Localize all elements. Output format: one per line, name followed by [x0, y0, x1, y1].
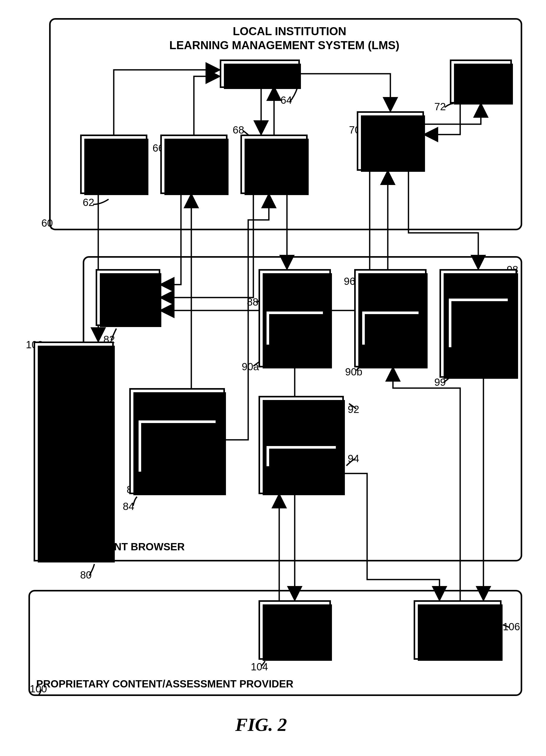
- proprietary-assignment-pages: PROPRIETARY ASSIGNMENT PAGE(S) SUBMIT LI…: [259, 396, 344, 494]
- ref-90a: 90a: [242, 361, 259, 373]
- lms-turnin-api: TURN-IN API: [450, 60, 512, 103]
- submit-link: SUBMIT LINK: [265, 444, 337, 468]
- ref-64: 64: [280, 94, 292, 106]
- provider-title: PROPRIETARY CONTENT/ASSESSMENT PROVIDER: [36, 678, 346, 690]
- provider-runtime-module: PROVIDER RUN-TIME MODULE: [259, 600, 331, 660]
- redirect-script-b: REDIRECT SCRIPT: [361, 310, 420, 346]
- ref-84: 84: [123, 501, 135, 512]
- ref-100: 100: [30, 683, 47, 695]
- redirect-script-a: REDIRECT SCRIPT: [265, 310, 324, 346]
- proprietary-results-module: PROPRIETARY RESULTS MODULE: [414, 600, 502, 660]
- hidden-request-form: HIDDEN REQUEST FORM REDIRECT SCRIPT: [259, 269, 331, 367]
- confirmation-page-label: CONFIRMATION PAGE: [446, 275, 510, 294]
- proxy-metadata: PROXY METADATA (E.G., PROVIDER PUBLIC KE…: [34, 342, 114, 561]
- proprietary-assignment-pages-label: PROPRIETARY ASSIGNMENT PAGE(S): [268, 402, 334, 434]
- hidden-results-form: HIDDEN RESULTS FORM REDIRECT SCRIPT: [354, 269, 426, 367]
- ref-92: 92: [348, 404, 359, 415]
- lms-title-1: LOCAL INSTITUTION: [186, 25, 393, 38]
- lms-redirect-module: REDIRECT MODULE: [241, 135, 307, 194]
- session-key-cookie: SESSION KEY COOKIE: [96, 269, 160, 326]
- ref-104: 104: [251, 661, 268, 673]
- detailed-results-link: DETAILED RESULTS LINK: [447, 297, 509, 349]
- assignment-info-page: ASSIGNMENT INFO PAGE PROPRIETARY ASSIGNM…: [129, 388, 225, 494]
- ref-72: 72: [434, 101, 446, 113]
- ref-94: 94: [348, 453, 359, 464]
- ref-62: 62: [83, 197, 94, 208]
- proprietary-assignment-link: PROPRIETARY ASSIGNMENT LINK: [137, 419, 217, 473]
- ref-96: 96: [344, 276, 355, 287]
- assignment-info-page-label: ASSIGNMENT INFO PAGE: [146, 395, 208, 416]
- hidden-request-form-label: HIDDEN REQUEST FORM: [272, 275, 317, 307]
- ref-68: 68: [233, 124, 244, 136]
- lms-runtime-module: LMS RUN-TIME MODULE: [160, 135, 228, 194]
- figure-caption: FIG. 2: [235, 714, 287, 736]
- lms-title-2: LEARNING MANAGEMENT SYSTEM (LMS): [129, 39, 439, 52]
- confirmation-page: CONFIRMATION PAGE DETAILED RESULTS LINK: [439, 269, 517, 378]
- lms-database: DATABASE: [220, 60, 300, 88]
- lms-submit-module: SUBMIT MODULE: [357, 111, 424, 171]
- ref-80: 80: [80, 569, 92, 581]
- ref-88: 88: [247, 296, 259, 308]
- ref-60: 60: [41, 217, 53, 229]
- lms-setup-module: LMS SETUP MODULE: [80, 135, 147, 194]
- hidden-results-form-label: HIDDEN RESULTS FORM: [369, 275, 411, 307]
- ref-106: 106: [503, 621, 520, 633]
